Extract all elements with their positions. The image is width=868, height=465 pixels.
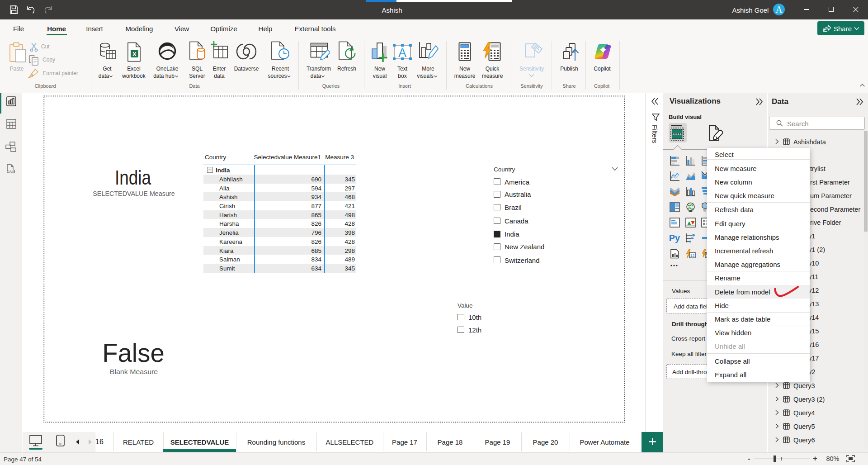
svg-text:123: 123 [690, 253, 696, 258]
svg-text:X: X [132, 51, 137, 57]
svg-text:DAX: DAX [7, 170, 14, 174]
